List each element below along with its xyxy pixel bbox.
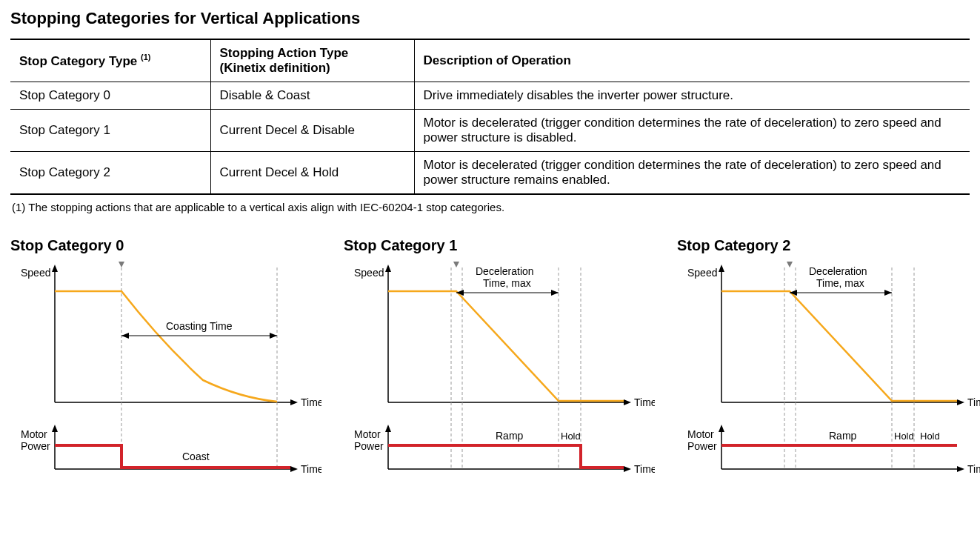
svg-marker-3: [290, 399, 298, 405]
hold2-label: Hold: [920, 431, 940, 442]
cell-category: Stop Category 2: [10, 152, 210, 195]
coast-label: Coast: [182, 451, 210, 462]
svg-marker-13: [290, 466, 298, 472]
chart-svg: Speed Time Coasting Time: [10, 262, 321, 484]
chart-svg: Speed Time Deceleration Time, max: [344, 262, 655, 484]
svg-marker-29: [624, 466, 631, 472]
time-axis-label: Time: [967, 396, 980, 408]
svg-marker-9: [270, 333, 277, 339]
charts-row: Stop Category 0 Speed Time: [10, 237, 970, 484]
power-panel: Motor Power Time Coast: [21, 425, 321, 475]
table-header-category: Stop Category Type (1): [10, 39, 210, 82]
table-header-category-sup: (1): [141, 53, 150, 62]
decel-label-2: Time, max: [816, 277, 864, 289]
cell-action: Disable & Coast: [210, 82, 414, 110]
decel-label-1: Deceleration: [476, 265, 534, 277]
speed-axis-label: Speed: [354, 267, 384, 279]
time-axis-label: Time: [634, 396, 655, 408]
chart-stop-category-1: Stop Category 1 Speed Time: [344, 237, 655, 484]
svg-marker-22: [453, 262, 459, 268]
cell-description: Drive immediately disables the inverter …: [414, 82, 970, 110]
svg-marker-17: [624, 399, 631, 405]
hold1-label: Hold: [894, 431, 914, 442]
chart-title: Stop Category 1: [344, 237, 655, 254]
svg-marker-1: [52, 265, 58, 272]
chart-title: Stop Category 0: [10, 237, 321, 254]
svg-marker-38: [787, 262, 793, 268]
chart-svg: Speed Time Deceleration Time, max: [677, 262, 980, 484]
table-header-row: Stop Category Type (1) Stopping Action T…: [10, 39, 970, 82]
power-axis-label-2: Power: [354, 440, 384, 452]
power-axis-label-1: Motor: [21, 428, 47, 440]
svg-marker-6: [119, 262, 124, 268]
decel-label-1: Deceleration: [809, 265, 867, 277]
table-row: Stop Category 0 Disable & Coast Drive im…: [10, 82, 970, 110]
hold-label: Hold: [561, 431, 581, 442]
cell-description: Motor is decelerated (trigger condition …: [414, 110, 970, 152]
coasting-time-label: Coasting Time: [166, 320, 233, 332]
cell-action: Current Decel & Disable: [210, 110, 414, 152]
power-axis-label-2: Power: [21, 440, 50, 452]
decel-label-2: Time, max: [483, 277, 531, 289]
svg-marker-45: [957, 466, 964, 472]
page-title: Stopping Categories for Vertical Applica…: [10, 9, 970, 28]
table-header-category-label: Stop Category Type: [19, 54, 137, 68]
stop-categories-table: Stop Category Type (1) Stopping Action T…: [10, 39, 970, 195]
svg-marker-11: [52, 425, 58, 432]
svg-marker-41: [884, 290, 892, 296]
cell-category: Stop Category 1: [10, 110, 210, 152]
svg-marker-15: [385, 265, 391, 272]
table-header-action: Stopping Action Type (Kinetix definition…: [210, 39, 414, 82]
speed-panel: Speed Time Coasting Time: [21, 262, 321, 469]
cell-description: Motor is decelerated (trigger condition …: [414, 152, 970, 195]
table-header-action-line1: Stopping Action Type: [220, 46, 405, 61]
svg-marker-43: [719, 425, 724, 432]
table-row: Stop Category 2 Current Decel & Hold Mot…: [10, 152, 970, 195]
power-time-label: Time: [301, 463, 321, 475]
power-panel: Motor Power Time Ramp Hold: [354, 425, 655, 475]
ramp-label: Ramp: [496, 430, 524, 442]
power-axis-label-1: Motor: [354, 428, 381, 440]
table-header-action-line2: (Kinetix definition): [220, 61, 405, 76]
speed-axis-label: Speed: [21, 267, 50, 279]
power-axis-label-2: Power: [687, 440, 717, 452]
table-header-description: Description of Operation: [414, 39, 970, 82]
ramp-label: Ramp: [829, 430, 857, 442]
svg-marker-27: [385, 425, 391, 432]
document-page: Stopping Categories for Vertical Applica…: [0, 0, 980, 499]
svg-marker-33: [957, 399, 964, 405]
table-row: Stop Category 1 Current Decel & Disable …: [10, 110, 970, 152]
cell-category: Stop Category 0: [10, 82, 210, 110]
power-axis-label-1: Motor: [687, 428, 714, 440]
chart-title: Stop Category 2: [677, 237, 980, 254]
chart-stop-category-2: Stop Category 2 Speed Time: [677, 237, 980, 484]
time-axis-label: Time: [301, 396, 321, 408]
svg-marker-31: [719, 265, 724, 272]
power-panel: Motor Power Time Ramp Hold Hold: [687, 425, 980, 475]
svg-marker-25: [551, 290, 559, 296]
speed-axis-label: Speed: [687, 267, 717, 279]
power-time-label: Time: [967, 463, 980, 475]
cell-action: Current Decel & Hold: [210, 152, 414, 195]
power-time-label: Time: [634, 463, 655, 475]
chart-stop-category-0: Stop Category 0 Speed Time: [10, 237, 321, 484]
svg-marker-8: [121, 333, 129, 339]
table-footnote: (1) The stopping actions that are applic…: [12, 201, 970, 213]
